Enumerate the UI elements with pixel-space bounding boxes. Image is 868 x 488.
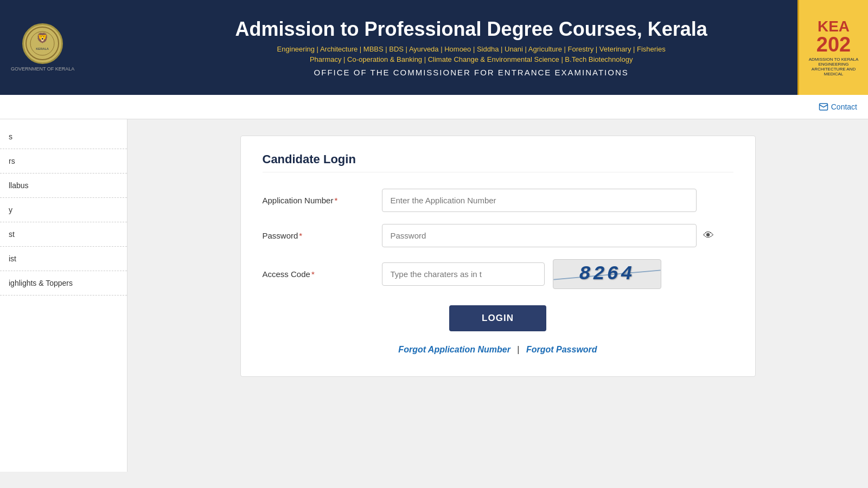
sidebar-item-7[interactable]: ighlights & Toppers [0,271,127,296]
header-courses-line1: Engineering | Architecture | MBBS | BDS … [85,45,857,53]
govt-emblem: 🦁 KERALA [22,23,63,64]
logo-wrap: 🦁 KERALA GOVERNMENT OF KERALA [11,23,74,72]
access-code-row: Access Code* 8264 [263,259,733,289]
sidebar-item-5[interactable]: st [0,222,127,247]
contact-label: Contact [831,102,857,111]
svg-text:🦁: 🦁 [36,32,49,44]
forgot-app-number-link[interactable]: Forgot Application Number [398,345,510,354]
access-code-required: * [311,269,315,279]
app-number-required: * [334,196,337,205]
contact-link[interactable]: Contact [819,102,857,112]
sidebar-item-4[interactable]: y [0,198,127,222]
password-row: Password* 👁 [263,224,733,247]
login-btn-row: LOGIN [263,305,733,331]
access-code-input[interactable] [382,262,545,286]
password-required: * [299,231,302,240]
svg-point-0 [26,27,59,60]
top-navbar: Contact [0,95,868,119]
page-header: 🦁 KERALA GOVERNMENT OF KERALA Admission … [0,0,868,95]
svg-text:KERALA: KERALA [36,47,49,50]
govt-label: GOVERNMENT OF KERALA [11,66,74,72]
app-number-label: Application Number* [263,196,382,205]
app-number-row: Application Number* [263,189,733,212]
password-input[interactable] [382,224,697,247]
login-card: Candidate Login Application Number* Pass… [240,136,756,377]
login-title: Candidate Login [263,152,733,172]
sidebar-item-1[interactable]: s [0,125,127,149]
password-input-wrap: 👁 [382,224,733,247]
password-label: Password* [263,231,382,240]
captcha-text: 8264 [579,263,634,285]
header-courses-line2: Pharmacy | Co-operation & Banking | Clim… [85,55,857,63]
sidebar-item-3[interactable]: llabus [0,174,127,198]
forgot-password-link[interactable]: Forgot Password [526,345,597,354]
contact-icon [819,102,828,112]
eye-icon[interactable]: 👁 [703,229,714,242]
header-badge: KEA 202 ADMISSION TO KERALA ENGINEERING … [797,0,868,95]
badge-year: 202 [816,34,851,55]
badge-title: KEA [818,19,850,34]
app-number-input-wrap [382,189,733,212]
access-code-label: Access Code* [263,269,382,279]
captcha-image: 8264 [553,259,661,289]
login-button[interactable]: LOGIN [449,305,546,331]
main-content: Candidate Login Application Number* Pass… [127,119,868,472]
header-center: Admission to Professional Degree Courses… [85,18,857,77]
header-title: Admission to Professional Degree Courses… [85,18,857,41]
sidebar: s rs llabus y st ist ighlights & Toppers [0,119,127,472]
header-office: OFFICE OF THE COMMISSIONER FOR ENTRANCE … [85,68,857,77]
badge-subtitle: ADMISSION TO KERALA ENGINEERING ARCHITEC… [799,57,868,76]
main-layout: s rs llabus y st ist ighlights & Toppers… [0,119,868,472]
app-number-input[interactable] [382,189,697,212]
forgot-separator: | [517,345,519,354]
access-code-input-wrap: 8264 [382,259,661,289]
forgot-links-row: Forgot Application Number | Forgot Passw… [263,345,733,355]
sidebar-item-2[interactable]: rs [0,149,127,174]
sidebar-item-6[interactable]: ist [0,247,127,271]
